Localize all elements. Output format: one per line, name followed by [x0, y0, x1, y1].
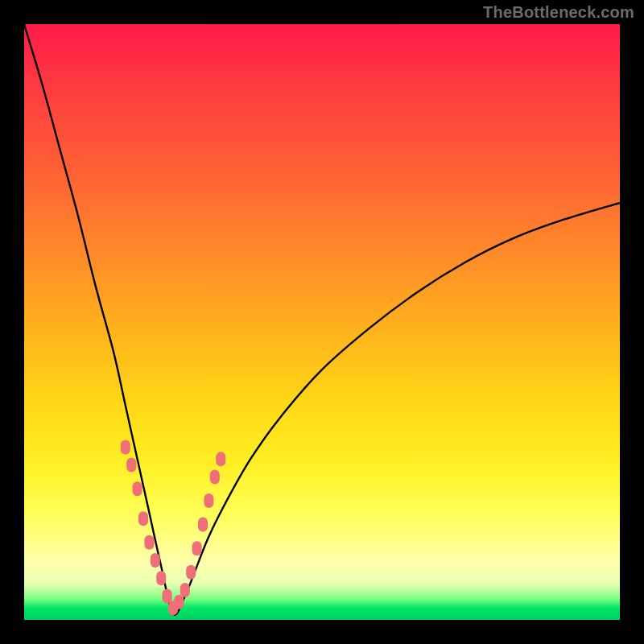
marker [204, 493, 213, 508]
marker [198, 518, 208, 532]
marker [192, 541, 202, 555]
marker [174, 595, 184, 609]
marker [180, 583, 190, 597]
watermark-label: TheBottleneck.com [483, 3, 634, 22]
marker [210, 469, 220, 484]
curve-markers [121, 440, 225, 615]
marker [186, 565, 196, 580]
plot-area [24, 24, 620, 620]
marker [126, 458, 136, 473]
marker [216, 452, 225, 466]
marker [156, 571, 166, 585]
curve-svg [24, 24, 620, 620]
marker [138, 511, 148, 526]
marker [144, 535, 154, 550]
marker [151, 553, 160, 568]
marker [163, 588, 172, 603]
bottleneck-curve [24, 24, 620, 615]
marker [133, 481, 142, 496]
marker [121, 440, 130, 454]
chart-frame: TheBottleneck.com [0, 0, 644, 644]
